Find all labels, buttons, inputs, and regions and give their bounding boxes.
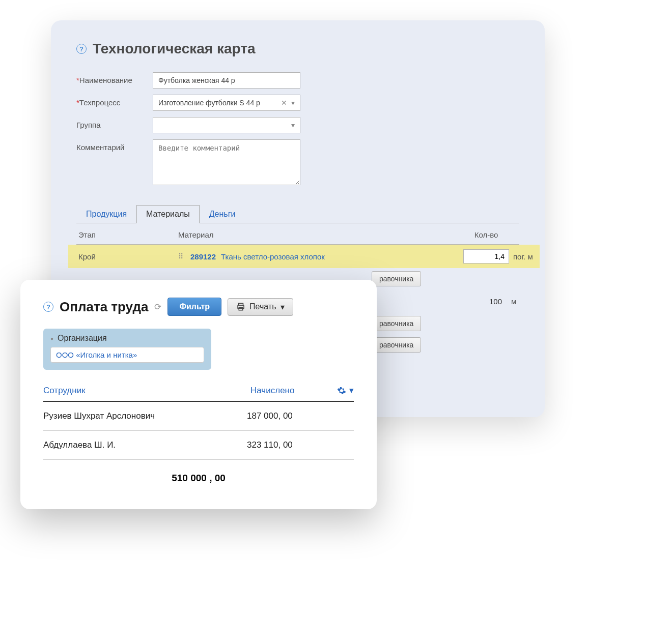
tab-products[interactable]: Продукция bbox=[76, 205, 136, 223]
unit-label: м bbox=[507, 297, 538, 306]
org-filter-label: ● Организация bbox=[50, 334, 204, 343]
payroll-table-header: Сотрудник Начислено ▾ bbox=[43, 385, 354, 402]
reference-button-2[interactable]: равочника bbox=[372, 316, 421, 331]
employee-name: Рузиев Шухрат Арслонович bbox=[43, 411, 247, 421]
form-row-name: *Наименование Футболка женская 44 р bbox=[76, 72, 545, 89]
filter-button[interactable]: Фильтр bbox=[167, 298, 221, 316]
material-name[interactable]: Ткань светло-розовая хлопок bbox=[221, 252, 463, 261]
name-label: *Наименование bbox=[76, 72, 153, 84]
help-icon[interactable]: ? bbox=[76, 44, 87, 54]
printer-icon bbox=[236, 302, 245, 311]
chevron-down-icon: ▾ bbox=[349, 385, 354, 396]
drag-handle-icon[interactable]: ⠿ bbox=[178, 252, 190, 260]
gear-icon bbox=[337, 386, 346, 395]
group-label: Группа bbox=[76, 117, 153, 129]
org-filter-value[interactable]: ООО «Иголка и нитка» bbox=[50, 347, 204, 363]
accrued-column-header[interactable]: Начислено bbox=[250, 386, 337, 396]
payroll-title-row: ? Оплата труда ⟳ Фильтр Печать ▾ bbox=[43, 298, 354, 316]
chevron-down-icon[interactable]: ▾ bbox=[291, 121, 295, 129]
qty-value: 100 bbox=[461, 297, 507, 306]
process-label: *Техпроцесс bbox=[76, 95, 153, 107]
payroll-row[interactable]: Рузиев Шухрат Арслонович 187 000, 00 bbox=[43, 402, 354, 431]
panel-title-row: ? Технологическая карта bbox=[76, 41, 545, 57]
comment-textarea[interactable] bbox=[153, 139, 300, 185]
comment-label: Комментарий bbox=[76, 139, 153, 152]
chevron-down-icon: ▾ bbox=[281, 302, 285, 312]
material-code[interactable]: 289122 bbox=[190, 252, 216, 261]
help-icon[interactable]: ? bbox=[43, 302, 53, 312]
material-row-1[interactable]: Крой ⠿ 289122 Ткань светло-розовая хлопо… bbox=[68, 245, 540, 268]
payroll-total: 510 000 , 00 bbox=[43, 460, 354, 484]
payroll-row[interactable]: Абдуллаева Ш. И. 323 110, 00 bbox=[43, 431, 354, 460]
tab-money[interactable]: Деньги bbox=[200, 205, 245, 223]
payroll-table: Сотрудник Начислено ▾ Рузиев Шухрат Арсл… bbox=[43, 385, 354, 484]
column-settings[interactable]: ▾ bbox=[337, 385, 354, 396]
col-qty-header: Кол-во bbox=[453, 230, 519, 239]
bullet-icon: ● bbox=[50, 336, 53, 341]
filter-box: ● Организация ООО «Иголка и нитка» bbox=[43, 329, 211, 370]
print-button[interactable]: Печать ▾ bbox=[228, 298, 293, 316]
payroll-panel: ? Оплата труда ⟳ Фильтр Печать ▾ ● Орган… bbox=[20, 280, 377, 509]
form-row-comment: Комментарий bbox=[76, 139, 545, 185]
reference-button-3[interactable]: равочника bbox=[372, 337, 421, 353]
group-select[interactable]: ▾ bbox=[153, 117, 300, 133]
chevron-down-icon[interactable]: ▾ bbox=[291, 99, 295, 107]
refresh-icon[interactable]: ⟳ bbox=[154, 302, 161, 312]
reference-button-1[interactable]: равочника bbox=[372, 271, 421, 286]
tabs: Продукция Материалы Деньги bbox=[76, 204, 519, 223]
qty-input[interactable] bbox=[463, 249, 509, 264]
employee-amount: 187 000, 00 bbox=[247, 411, 333, 421]
process-select[interactable]: Изготовление футболки S 44 р ✕ ▾ bbox=[153, 95, 300, 111]
employee-column-header[interactable]: Сотрудник bbox=[43, 386, 250, 396]
stage-cell: Крой bbox=[76, 252, 178, 261]
tab-materials[interactable]: Материалы bbox=[136, 205, 200, 223]
col-stage-header: Этап bbox=[76, 230, 178, 239]
grid-header: Этап Материал Кол-во bbox=[76, 223, 519, 245]
employee-amount: 323 110, 00 bbox=[247, 440, 333, 450]
name-input[interactable]: Футболка женская 44 р bbox=[153, 72, 300, 89]
page-title: Технологическая карта bbox=[93, 41, 256, 57]
col-material-header: Материал bbox=[178, 230, 453, 239]
employee-name: Абдуллаева Ш. И. bbox=[43, 440, 247, 450]
form-row-group: Группа ▾ bbox=[76, 117, 545, 133]
payroll-title: Оплата труда bbox=[60, 299, 148, 315]
form-row-process: *Техпроцесс Изготовление футболки S 44 р… bbox=[76, 95, 545, 111]
unit-label: пог. м bbox=[509, 252, 540, 261]
clear-icon[interactable]: ✕ bbox=[281, 99, 287, 107]
